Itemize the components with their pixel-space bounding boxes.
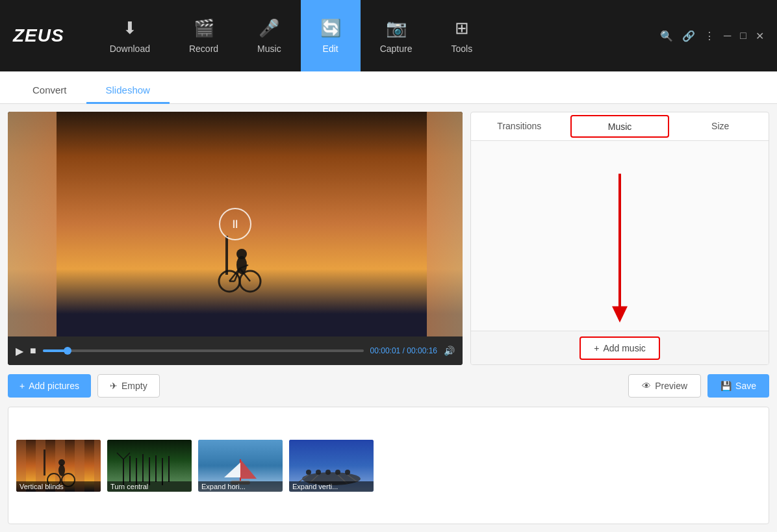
nav-label-record: Record	[189, 44, 218, 54]
record-icon: 🎬	[194, 18, 214, 38]
music-icon: 🎤	[259, 18, 279, 38]
filmstrip-area: Vertical blinds	[8, 407, 769, 524]
empty-label: Empty	[121, 381, 147, 391]
empty-button[interactable]: ✈ Empty	[97, 374, 160, 398]
save-label: Save	[735, 381, 756, 391]
tab-slideshow[interactable]: Slideshow	[86, 78, 170, 104]
nav-item-record[interactable]: 🎬 Record	[170, 0, 238, 71]
add-pictures-label: Add pictures	[29, 381, 79, 391]
app-logo: ZEUS	[13, 25, 64, 46]
subtabs: Convert Slideshow	[0, 71, 777, 104]
side-strip-left	[8, 112, 57, 336]
save-button[interactable]: 💾 Save	[707, 374, 769, 398]
stop-button[interactable]: ■	[30, 345, 36, 357]
middle-area: ⏸ ▶ ■ 00:00:01 / 00:00:16 🔊 Transitions …	[8, 112, 769, 365]
maximize-button[interactable]: □	[740, 30, 746, 42]
film-label-1: Vertical blinds	[16, 481, 101, 492]
nav-label-edit: Edit	[323, 44, 338, 54]
save-icon: 💾	[720, 381, 732, 391]
nav-label-tools: Tools	[451, 44, 472, 54]
add-pictures-plus-icon: +	[19, 381, 25, 391]
nav-items: ⬇ Download 🎬 Record 🎤 Music 🔄 Edit 📷 Cap…	[90, 0, 660, 71]
play-button[interactable]: ▶	[16, 345, 23, 357]
video-player: ⏸ ▶ ■ 00:00:01 / 00:00:16 🔊	[8, 112, 463, 365]
film-item-3[interactable]: Expand hori...	[198, 440, 283, 492]
tab-convert[interactable]: Convert	[13, 78, 86, 104]
pause-icon: ⏸	[229, 218, 241, 231]
controls-bar: ▶ ■ 00:00:01 / 00:00:16 🔊	[8, 336, 463, 365]
empty-icon: ✈	[110, 381, 118, 391]
panel-tabs: Transitions Music Size	[471, 112, 769, 141]
action-bar: + Add pictures ✈ Empty 👁 Preview 💾 Save	[8, 372, 769, 400]
window-controls: 🔍 🔗 ⋮ ─ □ ✕	[660, 30, 764, 42]
svg-rect-18	[44, 450, 45, 475]
tab-music[interactable]: Music	[570, 115, 670, 138]
nav-item-download[interactable]: ⬇ Download	[90, 0, 170, 71]
nav-item-edit[interactable]: 🔄 Edit	[301, 0, 361, 71]
more-icon[interactable]: ⋮	[704, 30, 715, 42]
svg-rect-0	[225, 236, 228, 275]
film-label-4: Expand verti...	[289, 481, 374, 492]
download-icon: ⬇	[123, 18, 137, 38]
nav-label-capture: Capture	[380, 44, 413, 54]
panel-content	[471, 141, 769, 331]
film-item-1[interactable]: Vertical blinds	[16, 440, 101, 492]
svg-point-45	[345, 470, 350, 475]
panel-footer: + Add music	[471, 331, 769, 364]
film-item-2[interactable]: Turn central	[107, 440, 192, 492]
volume-icon[interactable]: 🔊	[444, 346, 455, 356]
svg-point-2	[236, 249, 247, 259]
nav-item-capture[interactable]: 📷 Capture	[361, 0, 432, 71]
pause-button[interactable]: ⏸	[219, 208, 251, 240]
svg-point-41	[306, 470, 311, 475]
preview-label: Preview	[655, 381, 687, 391]
side-strip-right	[427, 112, 463, 336]
progress-bar[interactable]	[43, 349, 364, 352]
preview-icon: 👁	[642, 381, 651, 391]
edit-icon: 🔄	[320, 18, 341, 38]
topbar: ZEUS ⬇ Download 🎬 Record 🎤 Music 🔄 Edit …	[0, 0, 777, 71]
film-label-3: Expand hori...	[198, 481, 283, 492]
main-content: ⏸ ▶ ■ 00:00:01 / 00:00:16 🔊 Transitions …	[0, 104, 777, 532]
add-music-button[interactable]: + Add music	[580, 336, 660, 360]
right-panel: Transitions Music Size + Add music	[470, 112, 769, 365]
film-item-4[interactable]: Expand verti...	[289, 440, 374, 492]
add-pictures-button[interactable]: + Add pictures	[8, 374, 91, 398]
minimize-button[interactable]: ─	[724, 30, 731, 42]
tab-size[interactable]: Size	[672, 112, 769, 140]
close-button[interactable]: ✕	[756, 30, 764, 42]
time-display: 00:00:01 / 00:00:16	[370, 346, 437, 355]
nav-label-download: Download	[110, 44, 150, 54]
preview-button[interactable]: 👁 Preview	[628, 374, 701, 398]
capture-icon: 📷	[386, 18, 407, 38]
nav-item-music[interactable]: 🎤 Music	[238, 0, 301, 71]
search-icon[interactable]: 🔍	[660, 30, 673, 42]
film-label-2: Turn central	[107, 481, 192, 492]
share-icon[interactable]: 🔗	[682, 30, 695, 42]
progress-fill	[43, 349, 69, 352]
tools-icon: ⊞	[455, 18, 469, 38]
video-area[interactable]: ⏸	[8, 112, 463, 336]
nav-label-music: Music	[257, 44, 281, 54]
svg-point-43	[325, 470, 331, 475]
tab-transitions[interactable]: Transitions	[471, 112, 568, 140]
svg-point-44	[335, 470, 340, 475]
svg-point-42	[316, 470, 321, 475]
add-music-plus-icon: +	[594, 343, 599, 353]
add-music-label: Add music	[603, 343, 645, 353]
nav-item-tools[interactable]: ⊞ Tools	[431, 0, 492, 71]
